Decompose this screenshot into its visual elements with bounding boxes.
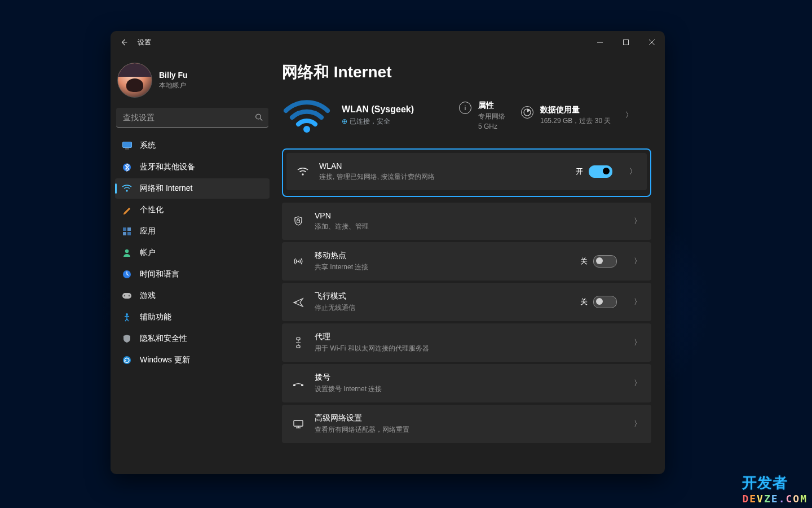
sidebar-item-network[interactable]: 网络和 Internet (115, 178, 270, 199)
hotspot-icon (292, 257, 304, 266)
back-button[interactable] (116, 34, 132, 50)
sidebar-item-label: 帐户 (140, 248, 156, 258)
svg-rect-12 (123, 232, 126, 235)
search-box[interactable] (116, 108, 268, 128)
svg-rect-26 (297, 338, 300, 340)
svg-rect-28 (293, 384, 295, 386)
titlebar: 设置 (111, 31, 665, 54)
sidebar-item-personalization[interactable]: 个性化 (115, 200, 270, 220)
accessibility-icon (122, 312, 132, 322)
minimize-button[interactable] (587, 31, 613, 54)
svg-rect-7 (125, 148, 129, 150)
sidebar-item-time-language[interactable]: 时间和语言 (115, 264, 270, 284)
row-vpn[interactable]: VPN 添加、连接、管理 〉 (282, 203, 651, 240)
chevron-right-icon: 〉 (634, 338, 641, 348)
row-sub: 停止无线通信 (315, 303, 570, 313)
chevron-right-icon: 〉 (634, 256, 641, 266)
sidebar-item-label: 辅助功能 (140, 312, 171, 322)
svg-rect-24 (297, 220, 300, 222)
data-usage-title: 数据使用量 (540, 105, 611, 115)
settings-window: 设置 Billy Fu 本地帐户 系统 蓝 (111, 31, 665, 474)
wifi-icon (297, 167, 309, 176)
content-area: 网络和 Internet WLAN (Sysgeek) ⊕已连接，安全 i (274, 54, 665, 474)
svg-point-9 (126, 190, 127, 191)
hero-data-usage[interactable]: 数据使用量 165.29 GB，过去 30 天 〉 (521, 105, 633, 126)
row-title: 拨号 (315, 373, 619, 383)
sidebar-item-update[interactable]: Windows 更新 (115, 350, 270, 370)
row-title: 移动热点 (315, 251, 570, 261)
properties-title: 属性 (478, 100, 505, 111)
row-title: WLAN (319, 161, 566, 170)
toggle-label: 开 (576, 167, 583, 177)
minimize-icon (597, 40, 603, 45)
sidebar-item-accounts[interactable]: 帐户 (115, 243, 270, 263)
row-title: 高级网络设置 (315, 413, 619, 423)
properties-sub2: 5 GHz (478, 122, 505, 130)
svg-rect-16 (122, 293, 131, 299)
sidebar-item-label: Windows 更新 (140, 355, 190, 365)
chevron-right-icon: 〉 (634, 419, 641, 429)
svg-point-19 (126, 313, 128, 316)
row-hotspot[interactable]: 移动热点 共享 Internet 连接 关 〉 (282, 242, 651, 281)
wifi-large-icon (282, 97, 332, 134)
monitor-icon (122, 141, 132, 151)
sidebar-item-label: 时间和语言 (140, 269, 179, 279)
sidebar-item-bluetooth[interactable]: 蓝牙和其他设备 (115, 157, 270, 177)
gamepad-icon (122, 291, 132, 301)
svg-rect-29 (301, 384, 303, 386)
nav-list: 系统 蓝牙和其他设备 网络和 Internet 个性化 应用 帐户 时间和语言 … (115, 135, 270, 370)
hero-ssid: WLAN (Sysgeek) (342, 104, 443, 115)
row-sub: 添加、连接、管理 (315, 222, 619, 231)
hotspot-toggle[interactable] (593, 255, 617, 268)
sidebar-item-gaming[interactable]: 游戏 (115, 286, 270, 306)
row-proxy[interactable]: 代理 用于 Wi-Fi 和以太网连接的代理服务器 〉 (282, 323, 651, 362)
airplane-toggle[interactable] (593, 296, 617, 308)
search-input[interactable] (116, 108, 268, 128)
globe-icon: ⊕ (342, 117, 347, 125)
row-airplane[interactable]: 飞行模式 停止无线通信 关 〉 (282, 283, 651, 321)
svg-point-18 (129, 295, 130, 296)
search-icon (255, 113, 263, 122)
wlan-toggle[interactable] (589, 165, 612, 178)
profile-block[interactable]: Billy Fu 本地帐户 (117, 63, 267, 98)
chevron-right-icon: 〉 (625, 110, 633, 120)
chevron-right-icon: 〉 (629, 167, 637, 177)
sidebar-item-label: 个性化 (140, 205, 164, 215)
clock-globe-icon (122, 269, 132, 279)
svg-point-14 (125, 249, 129, 253)
chevron-right-icon: 〉 (634, 216, 641, 226)
data-usage-sub: 165.29 GB，过去 30 天 (540, 116, 611, 126)
maximize-icon (623, 40, 629, 45)
sidebar-item-accessibility[interactable]: 辅助功能 (115, 307, 270, 327)
row-sub: 设置拨号 Internet 连接 (315, 384, 619, 394)
svg-rect-27 (297, 345, 300, 348)
row-advanced[interactable]: 高级网络设置 查看所有网络适配器，网络重置 〉 (282, 405, 651, 443)
sidebar-item-system[interactable]: 系统 (115, 135, 270, 156)
hero-properties[interactable]: i 属性 专用网络 5 GHz (459, 100, 505, 130)
sidebar: Billy Fu 本地帐户 系统 蓝牙和其他设备 网络和 Internet 个性… (111, 54, 274, 474)
row-dialup[interactable]: 拨号 设置拨号 Internet 连接 〉 (282, 364, 651, 402)
apps-icon (122, 226, 132, 237)
svg-rect-10 (123, 227, 126, 231)
row-sub: 查看所有网络适配器，网络重置 (315, 425, 619, 435)
close-button[interactable] (639, 31, 665, 54)
dialup-icon (292, 379, 304, 387)
toggle-label: 关 (580, 256, 588, 266)
sidebar-item-apps[interactable]: 应用 (115, 221, 270, 242)
sidebar-item-label: 蓝牙和其他设备 (140, 162, 195, 172)
svg-rect-11 (127, 227, 131, 231)
close-icon (649, 40, 655, 45)
sidebar-item-label: 系统 (140, 141, 156, 151)
svg-point-17 (124, 295, 125, 296)
sidebar-item-privacy[interactable]: 隐私和安全性 (115, 329, 270, 349)
maximize-button[interactable] (613, 31, 639, 54)
svg-rect-1 (624, 40, 629, 45)
profile-sub: 本地帐户 (159, 81, 188, 90)
row-title: 代理 (315, 332, 619, 342)
update-icon (122, 355, 132, 365)
svg-line-5 (261, 119, 263, 121)
profile-name: Billy Fu (159, 71, 188, 80)
row-wlan[interactable]: WLAN 连接, 管理已知网络, 按流量计费的网络 开 〉 (286, 153, 647, 190)
proxy-icon (292, 337, 304, 348)
toggle-label: 关 (580, 297, 588, 307)
